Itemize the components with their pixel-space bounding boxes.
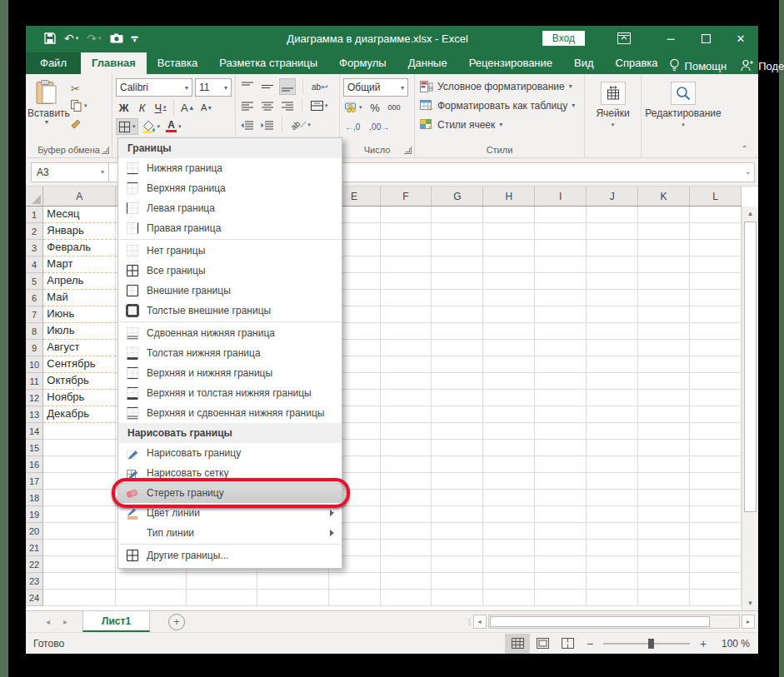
cell-I20[interactable] xyxy=(535,523,587,540)
cell-H10[interactable] xyxy=(483,356,535,373)
align-middle-icon[interactable] xyxy=(259,78,275,95)
menu-item-border-none[interactable]: Нет границы xyxy=(118,241,342,261)
menu-item-border-all[interactable]: Другие границы... xyxy=(118,545,342,565)
cell-K2[interactable] xyxy=(638,223,690,240)
cell-F9[interactable] xyxy=(381,340,432,356)
cell-H3[interactable] xyxy=(483,240,535,256)
cell-F15[interactable] xyxy=(381,440,432,456)
cell-A8[interactable]: Июль xyxy=(43,323,116,340)
column-header-J[interactable]: J xyxy=(587,187,638,206)
cell-L2[interactable] xyxy=(690,223,742,240)
cell-K7[interactable] xyxy=(638,306,690,323)
cell-J1[interactable] xyxy=(587,207,638,223)
row-header-3[interactable]: 3 xyxy=(26,240,43,256)
cell-H15[interactable] xyxy=(483,440,535,456)
cell-H20[interactable] xyxy=(483,523,535,540)
cell-J18[interactable] xyxy=(587,490,638,506)
clipboard-dialog-launcher[interactable] xyxy=(102,147,109,154)
cell-K18[interactable] xyxy=(638,490,690,506)
cell-K14[interactable] xyxy=(638,423,690,440)
align-right-icon[interactable] xyxy=(279,97,295,114)
menu-item-border-thick-bottom[interactable]: Толстая нижняя граница xyxy=(118,343,342,363)
cell-G13[interactable] xyxy=(432,406,483,423)
cell-L5[interactable] xyxy=(690,273,742,290)
underline-button[interactable]: Ч▾ xyxy=(152,99,168,116)
cell-I10[interactable] xyxy=(535,356,587,373)
cell-G10[interactable] xyxy=(432,356,483,373)
cell-A20[interactable] xyxy=(43,523,116,540)
cell-C24[interactable] xyxy=(187,590,257,606)
cell-F13[interactable] xyxy=(381,406,432,423)
cell-J19[interactable] xyxy=(587,506,638,523)
cell-G21[interactable] xyxy=(432,540,483,556)
cell-K15[interactable] xyxy=(638,440,690,456)
cell-J14[interactable] xyxy=(587,423,638,440)
cell-I6[interactable] xyxy=(535,290,587,306)
cell-J16[interactable] xyxy=(587,456,638,473)
align-bottom-icon[interactable] xyxy=(279,78,296,95)
row-header-7[interactable]: 7 xyxy=(26,306,43,323)
format-painter-button[interactable] xyxy=(71,117,87,130)
cell-F12[interactable] xyxy=(381,390,432,406)
comma-style-button[interactable]: 000 xyxy=(387,99,402,116)
cell-A12[interactable]: Ноябрь xyxy=(43,390,116,406)
scroll-up-arrow[interactable]: ▲ xyxy=(742,207,758,221)
row-header-6[interactable]: 6 xyxy=(26,290,43,306)
cell-F14[interactable] xyxy=(381,423,432,440)
save-icon[interactable] xyxy=(44,32,56,44)
cell-F23[interactable] xyxy=(381,573,432,590)
cell-H14[interactable] xyxy=(483,423,535,440)
row-header-9[interactable]: 9 xyxy=(26,340,43,356)
sheet-prev-arrow[interactable]: ◂ xyxy=(46,617,50,626)
cell-F11[interactable] xyxy=(381,373,432,390)
sheet-next-arrow[interactable]: ▸ xyxy=(63,617,67,626)
row-header-20[interactable]: 20 xyxy=(26,523,43,540)
cells-button[interactable]: Ячейки ▾ xyxy=(587,77,639,137)
cell-G18[interactable] xyxy=(432,490,483,506)
cell-A2[interactable]: Январь xyxy=(43,223,116,240)
cell-J24[interactable] xyxy=(587,590,638,606)
cell-H23[interactable] xyxy=(483,573,535,590)
cell-A15[interactable] xyxy=(43,440,116,456)
cell-F8[interactable] xyxy=(381,323,432,340)
share-button[interactable]: Поделиться xyxy=(758,60,784,73)
sheet-nav-arrows[interactable]: ◂▸ xyxy=(26,611,82,632)
decrease-decimal-button[interactable]: ,00→ xyxy=(367,118,391,135)
row-header-19[interactable]: 19 xyxy=(26,506,43,523)
cell-A18[interactable] xyxy=(43,490,116,506)
zoom-in-button[interactable]: + xyxy=(693,637,713,650)
copy-button[interactable]: ▾ xyxy=(71,99,87,112)
cell-K13[interactable] xyxy=(638,406,690,423)
cell-F17[interactable] xyxy=(381,473,432,490)
cell-A9[interactable]: Август xyxy=(43,340,116,356)
increase-indent-icon[interactable] xyxy=(259,117,275,133)
cell-J7[interactable] xyxy=(587,306,638,323)
cell-styles-button[interactable]: Стили ячеек▾ xyxy=(417,115,582,134)
cell-I11[interactable] xyxy=(535,373,587,390)
cell-C23[interactable] xyxy=(187,573,257,590)
cell-K23[interactable] xyxy=(638,573,690,590)
sheet-tab-list1[interactable]: Лист1 xyxy=(82,611,150,632)
zoom-out-button[interactable]: − xyxy=(580,637,600,650)
accounting-format-button[interactable]: ▾ xyxy=(343,99,364,116)
tab-6[interactable]: Рецензирование xyxy=(458,52,563,74)
cell-A10[interactable]: Сентябрь xyxy=(43,356,116,373)
row-header-2[interactable]: 2 xyxy=(26,223,43,240)
collapse-ribbon-chevron[interactable]: ⌃ xyxy=(742,144,748,153)
zoom-slider[interactable] xyxy=(603,643,690,645)
cell-H12[interactable] xyxy=(483,390,535,406)
cell-H6[interactable] xyxy=(483,290,535,306)
cell-A24[interactable] xyxy=(43,590,116,606)
cell-H13[interactable] xyxy=(483,406,535,423)
cell-I3[interactable] xyxy=(535,240,587,256)
cell-G11[interactable] xyxy=(432,373,483,390)
cell-I14[interactable] xyxy=(535,423,587,440)
cell-B23[interactable] xyxy=(116,573,187,590)
cell-I15[interactable] xyxy=(535,440,587,456)
cell-L9[interactable] xyxy=(690,340,742,356)
format-as-table-button[interactable]: Форматировать как таблицу▾ xyxy=(417,96,582,115)
tab-2[interactable]: Вставка xyxy=(147,52,208,74)
cell-H5[interactable] xyxy=(483,273,535,290)
menu-item-border-top-thick-bottom[interactable]: Верхняя и толстая нижняя границы xyxy=(118,383,342,403)
number-format-combo[interactable]: Общий▾ xyxy=(343,78,408,97)
